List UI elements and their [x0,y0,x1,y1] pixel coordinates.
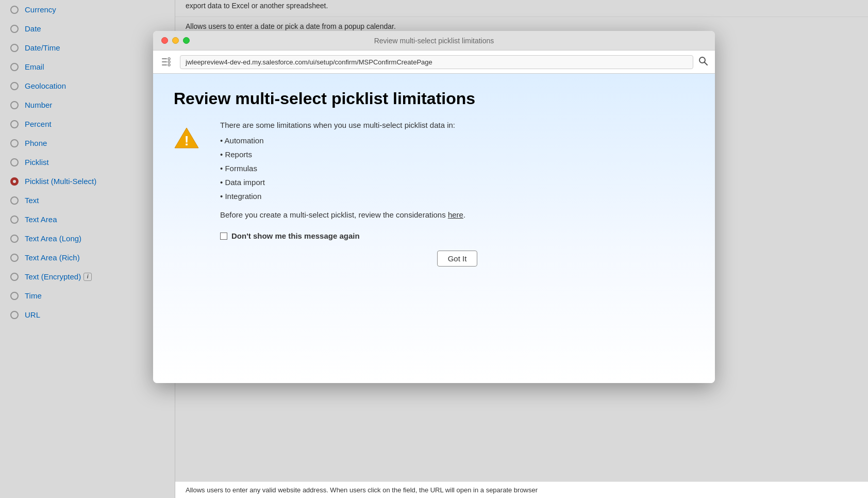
here-link[interactable]: here [448,210,463,219]
url-field[interactable]: jwleepreview4-dev-ed.my.salesforce.com/u… [180,55,693,69]
svg-text:!: ! [185,133,189,148]
bottom-text: Allows users to enter any valid website … [175,482,868,498]
list-item-automation: • Automation [220,134,694,147]
modal-heading: Review multi-select picklist limitations [174,89,694,108]
list-item-formulas: • Formulas [220,161,694,175]
limitations-intro: There are some limitations when you use … [220,121,694,129]
list-item-data-import: • Data import [220,175,694,189]
review-note-before: Before you create a multi-select picklis… [220,210,448,219]
modal-overlay: Review multi-select picklist limitations… [0,0,868,498]
url-bar: jwleepreview4-dev-ed.my.salesforce.com/u… [153,51,715,74]
list-item-reports: • Reports [220,147,694,161]
limitations-list: • Automation • Reports • Formulas • Data… [220,134,694,203]
titlebar-buttons [161,37,190,44]
svg-rect-2 [162,64,167,65]
review-note: Before you create a multi-select picklis… [220,210,694,219]
got-it-button[interactable]: Got It [437,251,478,267]
modal-window: Review multi-select picklist limitations… [153,31,715,383]
url-text: jwleepreview4-dev-ed.my.salesforce.com/u… [186,58,432,66]
dont-show-label: Don't show me this message again [231,231,360,240]
svg-line-7 [705,62,708,65]
minimize-button[interactable] [172,37,179,44]
svg-rect-1 [162,61,167,62]
browser-controls-icon [160,55,175,69]
dont-show-checkbox[interactable] [220,233,227,240]
svg-point-4 [168,61,170,63]
search-icon[interactable] [698,56,708,68]
svg-point-5 [168,64,170,66]
titlebar: Review multi-select picklist limitations [153,31,715,51]
svg-rect-0 [162,58,167,59]
list-item-integration: • Integration [220,189,694,203]
warning-icon: ! [174,126,199,154]
close-button[interactable] [161,37,168,44]
svg-point-3 [168,58,170,60]
titlebar-title: Review multi-select picklist limitations [374,37,494,45]
dont-show-row: Don't show me this message again [220,231,694,240]
maximize-button[interactable] [183,37,190,44]
modal-text-area: There are some limitations when you use … [220,121,694,267]
modal-content: Review multi-select picklist limitations… [153,74,715,383]
modal-body: ! There are some limitations when you us… [174,121,694,267]
review-note-after: . [463,210,465,219]
